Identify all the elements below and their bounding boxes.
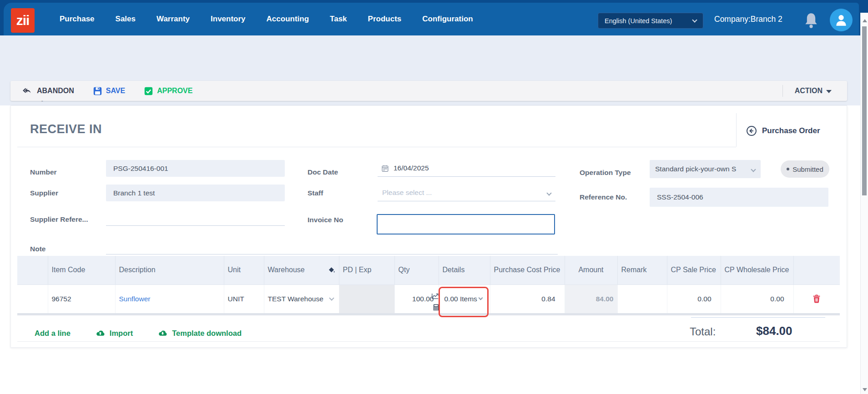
top-navbar: zii Purchase Sales Warranty Inventory Ac… bbox=[0, 0, 868, 35]
language-selector-value: English (United States) bbox=[605, 17, 693, 25]
status-badge-label: Submitted bbox=[792, 165, 823, 173]
note-label: Note bbox=[30, 245, 45, 253]
row-actions-cell bbox=[793, 284, 840, 313]
line-items-table: Item Code Description Unit Warehouse bbox=[17, 256, 840, 315]
supplier-reference-input[interactable] bbox=[106, 209, 285, 226]
reference-no-label: Reference No. bbox=[580, 193, 627, 201]
person-icon bbox=[833, 12, 849, 28]
number-field: PSG-250416-001 bbox=[106, 160, 285, 177]
menu-item-purchase[interactable]: Purchase bbox=[49, 15, 105, 24]
navbar-panel: zii Purchase Sales Warranty Inventory Ac… bbox=[4, 3, 859, 35]
chevron-down-icon bbox=[547, 189, 551, 197]
cp-wholesale-price-cell[interactable]: 0.00 bbox=[721, 284, 793, 313]
calendar-icon bbox=[381, 165, 389, 172]
menu-item-sales[interactable]: Sales bbox=[105, 15, 146, 24]
table-header-row: Item Code Description Unit Warehouse bbox=[17, 256, 840, 284]
staff-select[interactable]: Please select ... bbox=[378, 185, 555, 201]
action-dropdown-button[interactable]: ACTION bbox=[783, 87, 847, 95]
notifications-bell-icon[interactable] bbox=[802, 11, 820, 30]
amount-cell: 84.00 bbox=[565, 284, 617, 313]
operation-type-select: Standard pick-your-own S bbox=[650, 160, 761, 178]
staff-placeholder: Please select ... bbox=[382, 189, 432, 197]
save-label: SAVE bbox=[106, 87, 125, 95]
abandon-label: ABANDON bbox=[37, 87, 74, 95]
document-toolbar: ABANDON SAVE APPROVE ACTION bbox=[10, 81, 847, 101]
approve-label: APPROVE bbox=[157, 87, 192, 95]
abandon-button[interactable]: ABANDON bbox=[22, 86, 74, 95]
col-remark: Remark bbox=[617, 256, 667, 284]
import-button[interactable]: Import bbox=[95, 329, 133, 338]
caret-down-icon bbox=[826, 90, 832, 93]
note-input[interactable] bbox=[106, 238, 558, 254]
doc-date-label: Doc Date bbox=[308, 168, 338, 176]
receive-in-card: RECEIVE IN Purchase Order Number PSG-250… bbox=[10, 105, 847, 348]
purchase-order-link[interactable]: Purchase Order bbox=[746, 125, 820, 136]
details-dropdown-cell[interactable]: 0.00 Items bbox=[439, 284, 490, 313]
toolbar-right: ACTION bbox=[782, 81, 847, 101]
scrollbar-down-arrow[interactable] bbox=[863, 388, 867, 391]
table-footer-links: Add a line Import Template download bbox=[35, 329, 242, 338]
col-purchase-cost-price: Purchase Cost Price bbox=[490, 256, 565, 284]
total-divider bbox=[691, 317, 825, 318]
cp-sale-price-cell[interactable]: 0.00 bbox=[667, 284, 721, 313]
import-label: Import bbox=[110, 329, 133, 338]
chevron-down-icon bbox=[478, 296, 483, 300]
pd-exp-cell bbox=[339, 284, 394, 313]
menu-item-inventory[interactable]: Inventory bbox=[200, 15, 256, 24]
supplier-field: Branch 1 test bbox=[106, 185, 285, 201]
col-unit: Unit bbox=[224, 256, 264, 284]
number-label: Number bbox=[30, 168, 57, 176]
warehouse-cell[interactable]: TEST Warehouse bbox=[264, 284, 339, 313]
approve-button[interactable]: APPROVE bbox=[144, 87, 192, 95]
chevron-down-icon bbox=[329, 295, 334, 300]
total-value: $84.00 bbox=[756, 324, 792, 338]
description-cell: Sunflower bbox=[115, 284, 224, 313]
status-badge: Submitted bbox=[781, 160, 829, 178]
chevron-down-icon bbox=[692, 17, 697, 22]
delete-row-trash-icon[interactable] bbox=[812, 294, 821, 304]
fill-down-icon[interactable] bbox=[328, 266, 335, 274]
language-selector[interactable]: English (United States) bbox=[598, 13, 703, 29]
company-branch-label: Company:Branch 2 bbox=[714, 3, 782, 35]
status-dot bbox=[787, 168, 789, 170]
col-qty: Qty bbox=[394, 256, 439, 284]
invoice-no-input[interactable] bbox=[377, 214, 555, 234]
main-menu: Purchase Sales Warranty Inventory Accoun… bbox=[49, 3, 484, 35]
operation-type-label: Operation Type bbox=[580, 169, 631, 177]
menu-item-configuration[interactable]: Configuration bbox=[412, 15, 483, 24]
menu-item-warranty[interactable]: Warranty bbox=[146, 15, 200, 24]
unit-cell: UNIT bbox=[224, 284, 264, 313]
menu-item-products[interactable]: Products bbox=[358, 15, 412, 24]
doc-date-input[interactable]: 16/04/2025 bbox=[378, 160, 555, 177]
page-scrollbar[interactable] bbox=[860, 13, 868, 394]
app-logo[interactable]: zii bbox=[11, 8, 35, 33]
remark-cell[interactable] bbox=[617, 284, 667, 313]
col-item-code: Item Code bbox=[48, 256, 115, 284]
col-warehouse: Warehouse bbox=[264, 256, 339, 284]
supplier-label: Supplier bbox=[30, 189, 58, 197]
save-button[interactable]: SAVE bbox=[93, 87, 125, 95]
doc-date-value: 16/04/2025 bbox=[394, 164, 429, 172]
qty-trend-chart-icon[interactable] bbox=[431, 292, 439, 300]
footer-divider bbox=[17, 341, 840, 342]
cloud-upload-icon bbox=[95, 329, 106, 338]
col-pd-exp: PD | Exp bbox=[339, 256, 394, 284]
action-label: ACTION bbox=[795, 87, 823, 95]
add-line-button[interactable]: Add a line bbox=[35, 329, 71, 338]
col-details: Details bbox=[439, 256, 490, 284]
page-title: RECEIVE IN bbox=[30, 122, 102, 136]
menu-item-task[interactable]: Task bbox=[319, 15, 358, 24]
user-avatar[interactable] bbox=[830, 9, 853, 31]
scrollbar-up-arrow[interactable] bbox=[863, 19, 867, 22]
template-download-button[interactable]: Template download bbox=[157, 329, 242, 338]
product-link[interactable]: Sunflower bbox=[119, 295, 151, 303]
chevron-down-icon bbox=[752, 165, 755, 173]
table-row: 96752 Sunflower UNIT TEST Warehouse bbox=[17, 284, 840, 313]
table-horizontal-scrollbar[interactable] bbox=[17, 313, 840, 315]
scrollbar-thumb[interactable] bbox=[862, 26, 867, 195]
purchase-cost-price-cell[interactable]: 0.84 bbox=[490, 284, 565, 313]
staff-label: Staff bbox=[308, 189, 323, 197]
menu-item-accounting[interactable]: Accounting bbox=[256, 15, 320, 24]
qty-calculator-icon[interactable] bbox=[432, 303, 440, 312]
invoice-no-label: Invoice No bbox=[308, 216, 343, 224]
